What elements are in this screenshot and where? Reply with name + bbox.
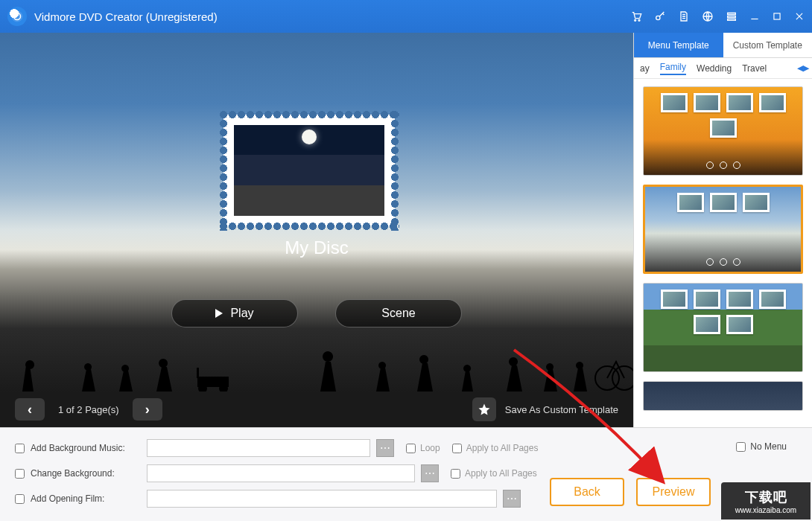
svg-point-15 [612,366,633,390]
cart-icon[interactable] [630,10,642,22]
disc-title[interactable]: My Disc [0,237,633,258]
change-bg-input[interactable] [147,464,415,482]
svg-point-2 [635,19,636,21]
preview-button[interactable]: Preview [636,478,711,506]
opening-film-checkbox[interactable] [15,494,25,504]
save-custom-icon[interactable] [472,397,496,421]
opening-film-input[interactable] [147,490,497,508]
play-button[interactable]: Play [171,299,298,327]
tab-menu-template[interactable]: Menu Template [634,33,723,57]
template-thumb-4[interactable] [643,381,803,411]
apply-all-bg-checkbox[interactable] [451,469,460,479]
globe-icon[interactable] [702,10,714,22]
template-sidebar: Menu Template Custom Template ay Family … [633,33,812,427]
document-icon[interactable] [678,10,690,22]
tab-custom-template[interactable]: Custom Template [723,33,813,57]
close-icon[interactable] [794,11,805,22]
no-menu-checkbox[interactable] [736,442,746,452]
svg-point-3 [638,19,640,21]
scene-button[interactable]: Scene [335,299,462,327]
category-row: ay Family Wedding Travel ◀▶ [634,58,812,79]
page-indicator: 1 of 2 Page(s) [58,404,119,415]
category-scroll-icon[interactable]: ◀▶ [797,63,809,73]
category-family[interactable]: Family [660,62,686,75]
maximize-icon[interactable] [772,11,782,22]
menu-icon[interactable] [726,10,738,22]
category-travel[interactable]: Travel [742,63,767,74]
template-thumb-1[interactable] [643,86,803,176]
bg-music-label: Add Background Music: [31,443,141,453]
opening-film-browse-button[interactable]: ⋯ [503,490,521,508]
bg-music-checkbox[interactable] [15,444,25,453]
loop-checkbox[interactable] [406,444,416,453]
menu-thumbnail-frame[interactable] [223,115,395,226]
prev-page-button[interactable]: ‹ [15,398,45,421]
scene-label: Scene [381,307,415,320]
svg-rect-6 [728,13,736,14]
app-logo-icon [7,7,27,26]
svg-rect-13 [197,368,199,378]
change-bg-browse-button[interactable]: ⋯ [421,464,439,482]
template-thumb-3[interactable] [643,283,803,372]
apply-all-music-label: Apply to All Pages [466,443,539,453]
titlebar: Vidmore DVD Creator (Unregistered) [0,0,812,33]
change-bg-label: Change Background: [31,468,141,479]
silhouette-decoration [0,332,633,391]
category-wedding[interactable]: Wedding [697,63,732,74]
loop-label: Loop [420,443,440,453]
apply-all-bg-label: Apply to All Pages [465,468,537,479]
opening-film-label: Add Opening Film: [31,493,141,504]
bg-music-input[interactable] [147,439,370,457]
next-page-button[interactable]: › [133,398,162,421]
template-thumb-2[interactable] [643,185,803,274]
bg-music-browse-button[interactable]: ⋯ [376,439,394,457]
app-title: Vidmore DVD Creator (Unregistered) [34,10,218,23]
apply-all-music-checkbox[interactable] [452,444,462,453]
template-thumbnails [634,79,812,427]
svg-rect-8 [728,19,736,20]
minimize-icon[interactable] [749,11,760,22]
menu-preview: My Disc Play Scene [0,33,633,427]
no-menu-label: No Menu [750,441,787,452]
back-button[interactable]: Back [550,478,624,506]
preview-footer: ‹ 1 of 2 Page(s) › Save As Custom Templa… [0,391,633,427]
svg-rect-9 [774,13,780,19]
play-icon [215,309,223,318]
options-panel: Add Background Music: ⋯ Loop Apply to Al… [0,427,812,521]
save-custom-template-button[interactable]: Save As Custom Template [505,404,618,415]
change-bg-checkbox[interactable] [15,469,25,479]
category-partial[interactable]: ay [640,63,650,74]
key-icon[interactable] [654,10,666,22]
svg-rect-7 [728,16,736,17]
play-label: Play [230,307,253,320]
svg-point-4 [656,16,660,19]
